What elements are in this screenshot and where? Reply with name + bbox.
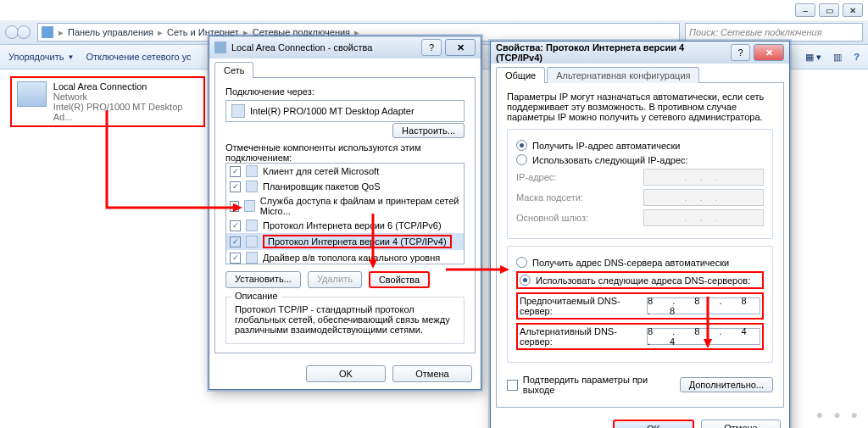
ipv4-blurb: Параметры IP могут назначаться автоматич…	[507, 92, 773, 122]
subnet-label: Маска подсети:	[516, 192, 643, 203]
crumb[interactable]: Панель управления	[65, 27, 156, 37]
list-item: Протокол Интернета версии 6 (TCP/IPv6)	[226, 218, 464, 233]
dns-pref-label: Предпочитаемый DNS-сервер:	[520, 296, 647, 316]
lac-tab-body: Подключение через: Intel(R) PRO/1000 MT …	[214, 77, 476, 353]
radio-dns-manual[interactable]: Использовать следующие адреса DNS-сервер…	[516, 271, 764, 289]
organize-menu[interactable]: Упорядочить▼	[8, 52, 74, 62]
location-icon	[42, 26, 53, 38]
advanced-button[interactable]: Дополнительно...	[680, 377, 773, 392]
tab-alternate[interactable]: Альтернативная конфигурация	[547, 67, 699, 83]
list-item: Клиент для сетей Microsoft	[226, 164, 464, 179]
lac-properties-dialog: Local Area Connection - свойства ? ✕ Сет…	[209, 36, 481, 390]
search-placeholder: Поиск: Сетевые подключения	[689, 27, 822, 37]
ip-address-field: . . .	[643, 169, 764, 186]
network-connection-item[interactable]: Local Area Connection Network Intel(R) P…	[10, 76, 205, 127]
tab-network[interactable]: Сеть	[214, 62, 253, 78]
components-list[interactable]: Клиент для сетей Microsoft Планировщик п…	[225, 163, 465, 264]
ok-button[interactable]: OK	[306, 365, 386, 382]
radio-ip-auto[interactable]: Получить IP-адрес автоматически	[516, 140, 764, 151]
description-text: Протокол TCP/IP - стандартный протокол г…	[235, 304, 455, 335]
lac-title: Local Area Connection - свойства	[231, 42, 372, 53]
ip-address-label: IP-адрес:	[516, 172, 643, 182]
window-maximize[interactable]: ▭	[819, 3, 839, 17]
properties-button[interactable]: Свойства	[369, 271, 430, 288]
tab-general[interactable]: Общие	[496, 67, 545, 83]
help-icon[interactable]: ?	[854, 52, 860, 62]
validate-on-exit-checkbox[interactable]: Подтвердить параметры при выходе	[507, 375, 680, 395]
cancel-button[interactable]: Отмена	[392, 365, 472, 382]
preview-pane-icon[interactable]: ▥	[833, 52, 842, 63]
gateway-label: Основной шлюз:	[516, 213, 643, 223]
connection-name: Local Area Connection	[53, 81, 198, 92]
cancel-button[interactable]: Отмена	[701, 420, 781, 428]
components-label: Отмеченные компоненты используются этим …	[225, 142, 465, 163]
ipv4-tab-body: Параметры IP могут назначаться автоматич…	[496, 82, 784, 408]
window-close[interactable]: ✕	[843, 3, 863, 17]
window-minimize[interactable]: –	[795, 3, 815, 17]
list-item: Драйвер в/в тополога канального уровня	[226, 250, 464, 264]
configure-button[interactable]: Настроить...	[392, 123, 465, 138]
dns-pref-field[interactable]: 8 . 8 . 8 . 8	[647, 297, 760, 314]
adapter-field: Intel(R) PRO/1000 MT Desktop Adapter	[225, 100, 465, 122]
help-button[interactable]: ?	[421, 39, 442, 56]
list-item: Служба доступа к файлам и принтерам сете…	[226, 194, 464, 218]
radio-dns-auto[interactable]: Получить адрес DNS-сервера автоматически	[516, 257, 764, 268]
adapter-name: Intel(R) PRO/1000 MT Desktop Adapter	[250, 106, 415, 116]
disable-device[interactable]: Отключение сетевого ус	[86, 52, 191, 62]
gateway-field: . . .	[643, 209, 764, 226]
ok-button[interactable]: OK	[613, 420, 694, 428]
list-item: Планировщик пакетов QoS	[226, 179, 464, 194]
ipv4-title: Свойства: Протокол Интернета версии 4 (T…	[496, 42, 731, 63]
nic-icon	[231, 104, 245, 118]
dns-alt-field[interactable]: 8 . 8 . 4 . 4	[647, 328, 760, 345]
close-button[interactable]: ✕	[445, 39, 476, 56]
watermark-dots: ● ● ●	[816, 408, 861, 421]
connection-adapter: Intel(R) PRO/1000 MT Desktop Ad...	[53, 102, 198, 122]
connection-type: Network	[53, 92, 198, 102]
subnet-field: . . .	[643, 189, 764, 206]
lac-icon	[214, 42, 226, 53]
nav-back-forward[interactable]	[5, 25, 29, 39]
close-button[interactable]: ✕	[754, 44, 784, 61]
install-button[interactable]: Установить...	[225, 271, 301, 288]
ipv4-properties-dialog: Свойства: Протокол Интернета версии 4 (T…	[490, 41, 790, 428]
dns-alt-label: Альтернативный DNS-сервер:	[520, 326, 647, 347]
connect-via-label: Подключение через:	[225, 86, 465, 97]
view-icons[interactable]: ▦ ▾	[805, 52, 821, 63]
list-item-ipv4: Протокол Интернета версии 4 (TCP/IPv4)	[226, 233, 464, 250]
description-label: Описание	[231, 291, 281, 301]
radio-ip-manual[interactable]: Использовать следующий IP-адрес:	[516, 154, 764, 165]
help-button[interactable]: ?	[731, 44, 751, 61]
search-input[interactable]: Поиск: Сетевые подключения	[685, 23, 863, 42]
remove-button: Удалить	[308, 271, 362, 288]
network-adapter-icon	[17, 81, 47, 107]
